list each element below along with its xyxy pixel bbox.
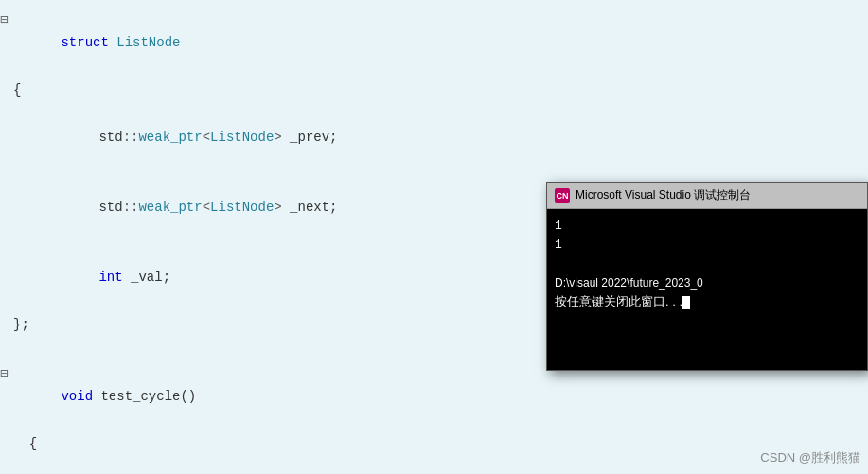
terminal-output-blank [555,255,859,273]
csdn-watermark: CSDN @胜利熊猫 [760,449,860,466]
keyword-int: int [98,270,122,285]
code-line-10: std::shared_ptr<ListNode>d1(new ListNode… [0,456,868,474]
terminal-prompt: 按任意键关闭此窗口. . . [555,292,859,311]
collapse-indicator-8[interactable]: ⊟ [0,362,9,385]
keyword-void: void [61,389,93,404]
terminal-path: D:\visaul 2022\future_2023_0 [555,273,859,292]
keyword-struct: struct [61,35,108,50]
code-line-2: { [0,78,868,102]
code-text-1: struct ListNode [9,9,868,77]
terminal-output-2: 1 [555,236,859,255]
code-line-9: { [0,431,868,456]
code-line-1: ⊟ struct ListNode [0,8,868,78]
terminal-window: CN Microsoft Visual Studio 调试控制台 1 1 D:\… [546,182,868,371]
terminal-titlebar: CN Microsoft Visual Studio 调试控制台 [547,183,867,209]
terminal-body: 1 1 D:\visaul 2022\future_2023_0 按任意键关闭此… [547,209,867,319]
terminal-cursor [682,296,690,309]
code-line-3: std::weak_ptr<ListNode> _prev; [0,102,868,172]
type-listnode-1: ListNode [116,35,180,50]
collapse-indicator-1[interactable]: ⊟ [0,9,9,31]
terminal-output-1: 1 [555,217,859,236]
vs-icon: CN [555,188,570,203]
code-line-8: ⊟ void test_cycle() [0,361,868,431]
terminal-title: Microsoft Visual Studio 调试控制台 [576,187,859,203]
